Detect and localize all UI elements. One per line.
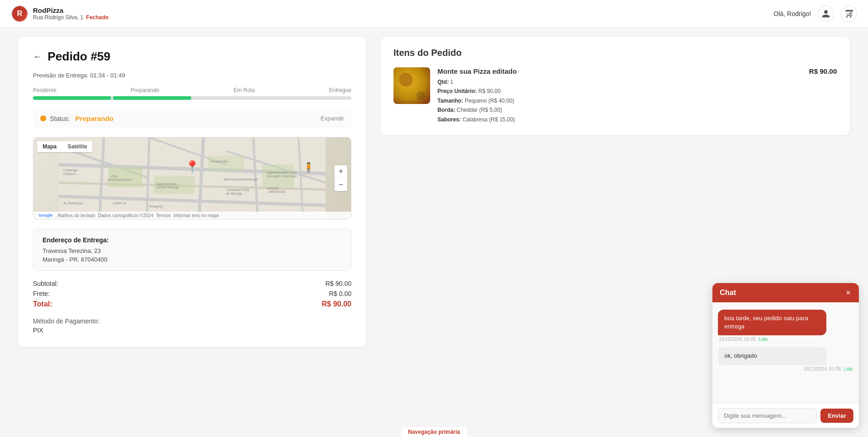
bubble-meta-incoming: 15/12/2024, 01:05 Lida (718, 337, 853, 342)
read-label-incoming: Lida (759, 337, 767, 342)
bubble-incoming: boa tarde, seu pedido saiu para entrega (718, 310, 826, 335)
map-zoom-controls: + − (334, 165, 347, 191)
progress-seg-3 (193, 96, 271, 100)
svg-text:VILA: VILA (111, 175, 118, 178)
status-left: Status: Preparando (40, 115, 113, 122)
subtotal-row: Subtotal: R$ 90.00 (33, 280, 351, 287)
map-footer: Google Atalhos do teclado Dados cartográ… (33, 212, 351, 219)
order-items-section: Itens do Pedido Monte sua Pizza editado … (381, 37, 850, 135)
item-meta: Qtd: 1 Preço Unitário: R$ 90,00 Tamanho:… (437, 77, 802, 124)
svg-text:Max Atacadista Maringá: Max Atacadista Maringá (224, 178, 258, 181)
item-details: Monte sua Pizza editado Qtd: 1 Preço Uni… (437, 67, 802, 124)
chat-widget: Chat × boa tarde, seu pedido saiu para e… (712, 283, 859, 428)
svg-text:Supermercados Bom: Supermercados Bom (267, 171, 297, 175)
chat-header: Chat × (712, 283, 859, 302)
brand-address: Rua Rodrigo Silva, 1 (33, 14, 83, 21)
progress-step-2: Preparando (131, 87, 160, 93)
progress-section: Pendente Preparando Em Rota Entregue (33, 87, 351, 100)
freight-row: Frete: R$ 0.00 (33, 290, 351, 297)
item-quantity: Qtd: 1 (437, 77, 802, 87)
status-dot (40, 115, 46, 121)
bubble-outgoing: ok, obrigado (718, 347, 826, 365)
item-size: Tamanho: Pequeno (R$ 40,00) (437, 96, 802, 105)
address-section: Endereço de Entrega: Travessa Terezina, … (33, 229, 351, 271)
header-right: Olá, Rodrigo! (774, 5, 857, 22)
payment-section: Método de Pagamento: PIX (33, 317, 351, 334)
freight-label: Frete: (33, 290, 50, 297)
delivery-estimate: Previsão de Entrega: 01:34 - 01:49 (33, 72, 351, 79)
cart-icon (844, 9, 853, 18)
order-title: Pedido #59 (48, 49, 110, 64)
read-label-outgoing: Lida (844, 366, 852, 371)
svg-text:de Maringá: de Maringá (226, 192, 242, 196)
brand-sub: Rua Rodrigo Silva, 1 Fechado (33, 14, 108, 21)
table-row: Monte sua Pizza editado Qtd: 1 Preço Uni… (394, 67, 837, 124)
total-value: R$ 90.00 (322, 300, 351, 308)
bubble-meta-outgoing: 15/12/2024, 01:05 Lida (718, 366, 853, 371)
account-icon-btn[interactable] (818, 5, 834, 22)
progress-step-4: Entregue (329, 87, 351, 93)
status-value: Preparando (75, 115, 113, 122)
svg-text:Pizzaria Mila: Pizzaria Mila (210, 160, 228, 163)
grand-total-row: Total: R$ 90.00 (33, 300, 351, 308)
progress-labels: Pendente Preparando Em Rota Entregue (33, 87, 351, 93)
svg-text:Av. Rebouças: Av. Rebouças (63, 202, 83, 205)
item-flavors: Sabores: Calabresa (R$ 15,00) (437, 115, 802, 124)
google-logo: Google (37, 213, 54, 218)
brand-logo-image: R (12, 6, 27, 22)
map-pin: 📍 (185, 160, 199, 174)
cart-icon-btn[interactable] (841, 5, 857, 22)
back-button[interactable]: ← (33, 51, 42, 62)
map-tab-controls: Mapa Satélite (37, 141, 92, 152)
chat-close-button[interactable]: × (845, 289, 852, 297)
svg-text:e Maringá: e Maringá (63, 169, 77, 172)
chat-input-area: Enviar (712, 403, 859, 428)
address-street: Travessa Terezina, 23 (43, 247, 342, 254)
progress-seg-1 (33, 96, 111, 100)
item-name: Monte sua Pizza editado (437, 67, 802, 75)
brand-name: RodPizza (33, 6, 108, 14)
header-brand: R RodPizza Rua Rodrigo Silva, 1 Fechado (11, 5, 108, 22)
expand-button[interactable]: Expandir (321, 115, 344, 122)
zoom-in-button[interactable]: + (334, 165, 347, 178)
total-label: Total: (33, 300, 52, 308)
order-header: ← Pedido #59 (33, 49, 351, 64)
app-header: R RodPizza Rua Rodrigo Silva, 1 Fechado … (0, 0, 868, 27)
brand-info: RodPizza Rua Rodrigo Silva, 1 Fechado (33, 6, 108, 21)
progress-step-3: Em Rota (233, 87, 255, 93)
order-totals: Subtotal: R$ 90.00 Frete: R$ 0.00 Total:… (33, 280, 351, 308)
map-tab-map[interactable]: Mapa (37, 141, 62, 152)
progress-bar (33, 96, 351, 100)
items-title: Itens do Pedido (394, 48, 837, 58)
svg-text:Condor Maringá: Condor Maringá (156, 186, 179, 189)
progress-step-1: Pendente (33, 87, 56, 93)
status-label: Status: (50, 115, 70, 122)
chat-messages: boa tarde, seu pedido saiu para entrega … (712, 302, 859, 403)
map-person-marker: 🧍 (303, 162, 314, 173)
status-row: Status: Preparando Expandir (33, 109, 351, 128)
svg-text:Dia Jardim Liberdade: Dia Jardim Liberdade (267, 175, 297, 178)
freight-value: R$ 0.00 (329, 290, 351, 297)
payment-method: PIX (33, 327, 351, 334)
order-details-panel: ← Pedido #59 Previsão de Entrega: 01:34 … (18, 37, 366, 347)
address-city: Maringá - PR, 87040400 (43, 256, 342, 263)
chat-send-button[interactable]: Enviar (820, 409, 853, 423)
item-unit-price: Preço Unitário: R$ 90,00 (437, 87, 802, 96)
svg-rect-14 (208, 156, 244, 172)
chat-title: Chat (720, 289, 736, 297)
svg-text:Oficina e...: Oficina e... (63, 172, 78, 175)
item-border: Borda: Cheddar (R$ 5,00) (437, 105, 802, 115)
map-tab-satellite[interactable]: Satélite (62, 141, 93, 152)
svg-text:MORANGUEIRA: MORANGUEIRA (108, 178, 132, 181)
subtotal-label: Subtotal: (33, 280, 58, 287)
item-image (394, 67, 430, 104)
payment-label: Método de Pagamento: (33, 317, 351, 325)
svg-text:Shopping: Shopping (149, 205, 162, 208)
person-icon (821, 9, 830, 18)
chat-message-incoming: boa tarde, seu pedido saiu para entrega … (718, 310, 853, 342)
address-title: Endereço de Entrega: (43, 236, 342, 244)
chat-input[interactable] (718, 408, 817, 423)
svg-text:LIBERDADE: LIBERDADE (268, 190, 286, 193)
zoom-out-button[interactable]: − (334, 178, 347, 191)
item-price: R$ 90.00 (809, 67, 837, 75)
